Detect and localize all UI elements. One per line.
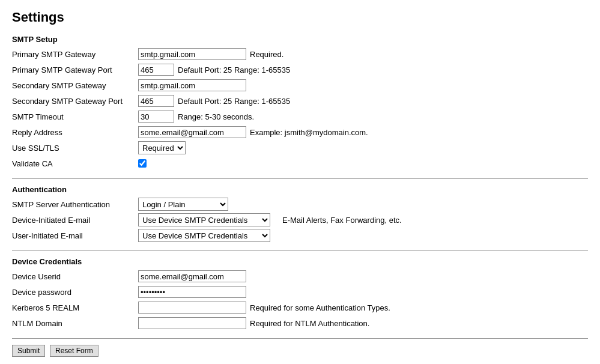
device-password-row: Device password — [12, 285, 588, 299]
device-credentials-section: Device Credentials Device Userid Device … — [12, 257, 588, 339]
validate-ca-row: Validate CA — [12, 157, 588, 170]
primary-gateway-port-row: Primary SMTP Gateway Port Default Port: … — [12, 63, 588, 76]
ssl-select[interactable]: Required Optional None — [138, 141, 186, 154]
submit-button[interactable]: Submit — [12, 345, 45, 357]
secondary-gateway-input[interactable] — [138, 79, 246, 91]
kerberos-input[interactable] — [138, 302, 246, 314]
authentication-title: Authentication — [12, 185, 588, 194]
server-auth-select[interactable]: Login / Plain NTLM Kerberos — [138, 198, 228, 211]
user-email-label: User-Initiated E-mail — [12, 231, 138, 240]
device-userid-input[interactable] — [138, 270, 246, 282]
secondary-gateway-port-input[interactable] — [138, 95, 174, 107]
reset-button[interactable]: Reset Form — [50, 345, 98, 357]
secondary-gateway-port-hint: Default Port: 25 Range: 1-65535 — [178, 97, 290, 106]
secondary-gateway-port-label: Secondary SMTP Gateway Port — [12, 97, 138, 106]
buttons-row: Submit Reset Form — [12, 345, 588, 357]
validate-ca-label: Validate CA — [12, 159, 138, 168]
primary-gateway-hint: Required. — [250, 50, 283, 59]
smtp-timeout-row: SMTP Timeout Range: 5-30 seconds. — [12, 110, 588, 123]
smtp-setup-section: SMTP Setup Primary SMTP Gateway Required… — [12, 35, 588, 179]
validate-ca-checkbox[interactable] — [138, 159, 147, 168]
reply-address-row: Reply Address Example: jsmith@mydomain.c… — [12, 126, 588, 139]
ssl-row: Use SSL/TLS Required Optional None — [12, 141, 588, 154]
device-email-row: Device-Initiated E-mail Use Device SMTP … — [12, 213, 588, 226]
reply-address-label: Reply Address — [12, 128, 138, 137]
primary-gateway-row: Primary SMTP Gateway Required. — [12, 47, 588, 61]
device-password-input[interactable] — [138, 286, 246, 298]
ntlm-label: NTLM Domain — [12, 319, 138, 328]
primary-gateway-port-hint: Default Port: 25 Range: 1-65535 — [178, 65, 290, 74]
secondary-gateway-label: Secondary SMTP Gateway — [12, 81, 138, 90]
device-password-label: Device password — [12, 288, 138, 297]
reply-address-hint: Example: jsmith@mydomain.com. — [250, 128, 368, 137]
user-email-select[interactable]: Use Device SMTP Credentials None — [138, 229, 270, 242]
user-email-row: User-Initiated E-mail Use Device SMTP Cr… — [12, 229, 588, 242]
smtp-timeout-label: SMTP Timeout — [12, 112, 138, 121]
device-credentials-title: Device Credentials — [12, 257, 588, 266]
authentication-section: Authentication SMTP Server Authenticatio… — [12, 185, 588, 251]
primary-gateway-port-input[interactable] — [138, 64, 174, 76]
ntlm-row: NTLM Domain Required for NTLM Authentica… — [12, 317, 588, 330]
smtp-timeout-hint: Range: 5-30 seconds. — [178, 112, 254, 121]
secondary-gateway-port-row: Secondary SMTP Gateway Port Default Port… — [12, 94, 588, 108]
device-email-label: Device-Initiated E-mail — [12, 216, 138, 225]
kerberos-row: Kerberos 5 REALM Required for some Authe… — [12, 301, 588, 314]
page-title: Settings — [12, 10, 588, 25]
ssl-label: Use SSL/TLS — [12, 144, 138, 153]
primary-gateway-label: Primary SMTP Gateway — [12, 50, 138, 59]
primary-gateway-port-label: Primary SMTP Gateway Port — [12, 65, 138, 74]
reply-address-input[interactable] — [138, 126, 246, 138]
server-auth-label: SMTP Server Authentication — [12, 200, 138, 209]
kerberos-hint: Required for some Authentication Types. — [250, 303, 390, 312]
ntlm-input[interactable] — [138, 317, 246, 329]
smtp-setup-title: SMTP Setup — [12, 35, 588, 44]
device-userid-label: Device Userid — [12, 272, 138, 281]
device-email-select[interactable]: Use Device SMTP Credentials None — [138, 213, 270, 226]
secondary-gateway-row: Secondary SMTP Gateway — [12, 79, 588, 92]
smtp-timeout-input[interactable] — [138, 111, 174, 123]
primary-gateway-input[interactable] — [138, 48, 246, 60]
server-auth-row: SMTP Server Authentication Login / Plain… — [12, 198, 588, 211]
kerberos-label: Kerberos 5 REALM — [12, 303, 138, 312]
ntlm-hint: Required for NTLM Authentication. — [250, 319, 369, 328]
device-email-hint: E-Mail Alerts, Fax Forwarding, etc. — [282, 216, 402, 225]
device-userid-row: Device Userid — [12, 270, 588, 283]
